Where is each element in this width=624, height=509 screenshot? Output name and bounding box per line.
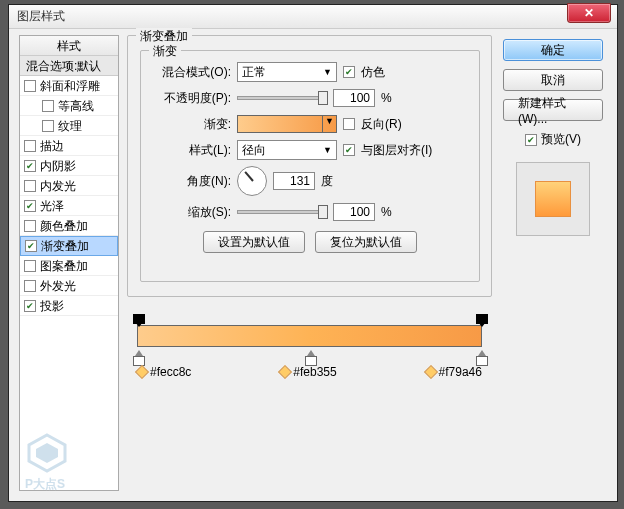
style-checkbox[interactable] [42,120,54,132]
gradient-picker[interactable]: ▼ [237,115,337,133]
pencil-icon [278,365,292,379]
scale-label: 缩放(S): [151,204,231,221]
align-label: 与图层对齐(I) [361,142,432,159]
chevron-down-icon: ▼ [323,67,332,77]
styles-list-header[interactable]: 样式 [20,36,118,56]
preview-checkbox[interactable] [525,134,537,146]
color-stop-2[interactable] [305,350,315,360]
style-label: 样式(L): [151,142,231,159]
style-item-9[interactable]: 图案叠加 [20,256,118,276]
style-item-4[interactable]: 内阴影 [20,156,118,176]
style-item-label: 渐变叠加 [41,236,89,256]
opacity-stop-right[interactable] [476,314,486,324]
style-checkbox[interactable] [24,180,36,192]
style-checkbox[interactable] [24,80,36,92]
style-item-10[interactable]: 外发光 [20,276,118,296]
preview-box [516,162,590,236]
opacity-slider[interactable] [237,96,327,100]
style-checkbox[interactable] [24,300,36,312]
right-buttons: 确定 取消 新建样式(W)... 预览(V) [499,39,607,236]
styles-list: 样式 混合选项:默认 斜面和浮雕等高线纹理描边内阴影内发光光泽颜色叠加渐变叠加图… [19,35,119,491]
style-item-label: 内发光 [40,176,76,196]
settings-panel: 渐变叠加 渐变 混合模式(O): 正常 ▼ 仿色 不透明度(P): [127,35,492,491]
cancel-button[interactable]: 取消 [503,69,603,91]
style-item-label: 图案叠加 [40,256,88,276]
angle-dial[interactable] [237,166,267,196]
close-button[interactable]: ✕ [567,3,611,23]
blending-options-item[interactable]: 混合选项:默认 [20,56,118,76]
gradient-overlay-group: 渐变叠加 渐变 混合模式(O): 正常 ▼ 仿色 不透明度(P): [127,35,492,297]
pencil-icon [135,365,149,379]
pencil-icon [424,365,438,379]
ok-button[interactable]: 确定 [503,39,603,61]
style-item-label: 光泽 [40,196,64,216]
scale-slider[interactable] [237,210,327,214]
blend-mode-label: 混合模式(O): [151,64,231,81]
style-item-label: 斜面和浮雕 [40,76,100,96]
style-item-11[interactable]: 投影 [20,296,118,316]
gradient-editor: #fecc8c #feb355 #f79a46 [127,311,492,379]
titlebar[interactable]: 图层样式 ✕ [9,5,617,29]
opacity-field[interactable]: 100 [333,89,375,107]
style-item-0[interactable]: 斜面和浮雕 [20,76,118,96]
style-checkbox[interactable] [24,220,36,232]
style-checkbox[interactable] [24,140,36,152]
align-checkbox[interactable] [343,144,355,156]
style-item-8[interactable]: 渐变叠加 [20,236,118,256]
style-checkbox[interactable] [24,200,36,212]
style-item-label: 纹理 [58,116,82,136]
opacity-label: 不透明度(P): [151,90,231,107]
style-item-1[interactable]: 等高线 [20,96,118,116]
angle-unit: 度 [321,173,333,190]
style-item-label: 内阴影 [40,156,76,176]
gradient-group: 渐变 混合模式(O): 正常 ▼ 仿色 不透明度(P): 100 [140,50,480,282]
style-checkbox[interactable] [25,240,37,252]
chevron-down-icon: ▼ [322,116,336,132]
style-item-6[interactable]: 光泽 [20,196,118,216]
style-checkbox[interactable] [42,100,54,112]
inner-group-title: 渐变 [149,43,181,60]
style-item-5[interactable]: 内发光 [20,176,118,196]
hex-label-3: #f79a46 [426,365,482,379]
reset-default-button[interactable]: 复位为默认值 [315,231,417,253]
style-checkbox[interactable] [24,160,36,172]
hex-label-1: #fecc8c [137,365,191,379]
hex-label-2: #feb355 [280,365,336,379]
color-stop-1[interactable] [133,350,143,360]
style-item-label: 投影 [40,296,64,316]
window-title: 图层样式 [17,8,65,25]
svg-marker-1 [36,443,58,463]
gradient-label: 渐变: [151,116,231,133]
watermark-logo: P大点S [25,433,69,493]
blend-mode-select[interactable]: 正常 ▼ [237,62,337,82]
style-item-label: 颜色叠加 [40,216,88,236]
chevron-down-icon: ▼ [323,145,332,155]
style-item-label: 等高线 [58,96,94,116]
preview-label: 预览(V) [541,131,581,148]
dither-checkbox[interactable] [343,66,355,78]
layer-style-dialog: 图层样式 ✕ 样式 混合选项:默认 斜面和浮雕等高线纹理描边内阴影内发光光泽颜色… [8,4,618,502]
style-item-label: 外发光 [40,276,76,296]
dialog-body: 样式 混合选项:默认 斜面和浮雕等高线纹理描边内阴影内发光光泽颜色叠加渐变叠加图… [9,29,617,501]
style-item-label: 描边 [40,136,64,156]
dither-label: 仿色 [361,64,385,81]
angle-field[interactable]: 131 [273,172,315,190]
gradient-bar[interactable] [137,325,482,347]
close-icon: ✕ [584,6,594,20]
style-select[interactable]: 径向 ▼ [237,140,337,160]
style-checkbox[interactable] [24,260,36,272]
style-checkbox[interactable] [24,280,36,292]
make-default-button[interactable]: 设置为默认值 [203,231,305,253]
reverse-checkbox[interactable] [343,118,355,130]
angle-label: 角度(N): [151,173,231,190]
reverse-label: 反向(R) [361,116,402,133]
style-item-7[interactable]: 颜色叠加 [20,216,118,236]
preview-swatch [535,181,571,217]
style-item-2[interactable]: 纹理 [20,116,118,136]
scale-field[interactable]: 100 [333,203,375,221]
opacity-stop-left[interactable] [133,314,143,324]
style-item-3[interactable]: 描边 [20,136,118,156]
color-stop-3[interactable] [476,350,486,360]
new-style-button[interactable]: 新建样式(W)... [503,99,603,121]
